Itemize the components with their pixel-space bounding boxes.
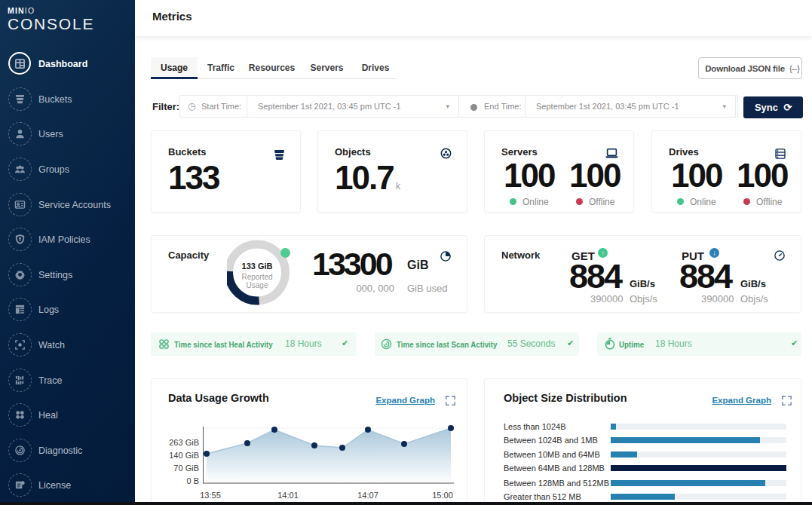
svg-text:13:55: 13:55 <box>200 491 221 500</box>
svg-text:70 GiB: 70 GiB <box>173 464 199 473</box>
svg-text:15:00: 15:00 <box>432 491 453 500</box>
svg-text:263 GiB: 263 GiB <box>169 438 199 447</box>
svg-text:14:01: 14:01 <box>277 491 299 500</box>
svg-text:0 B: 0 B <box>186 476 199 485</box>
svg-text:140 GiB: 140 GiB <box>169 451 199 460</box>
svg-text:14:07: 14:07 <box>357 491 378 500</box>
